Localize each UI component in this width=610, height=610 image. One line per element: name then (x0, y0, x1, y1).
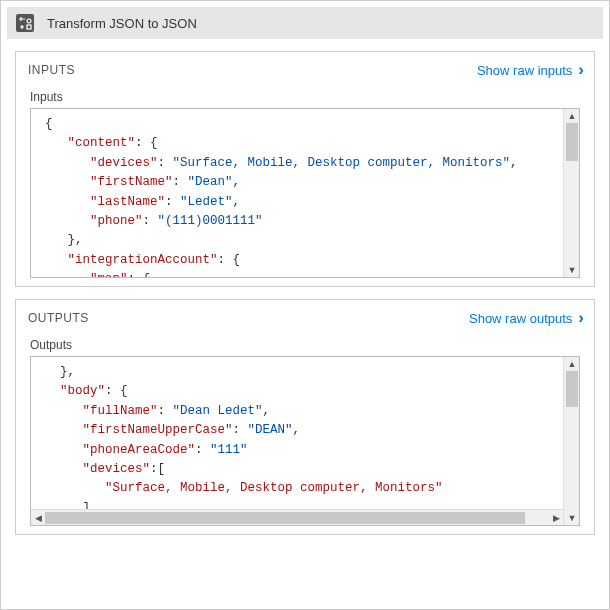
outputs-sub-label: Outputs (30, 338, 580, 352)
content-area: INPUTS Show raw inputs › Inputs { "conte… (7, 51, 603, 535)
title-bar: Transform JSON to JSON (7, 7, 603, 39)
window: Transform JSON to JSON INPUTS Show raw i… (0, 0, 610, 610)
inputs-panel: INPUTS Show raw inputs › Inputs { "conte… (15, 51, 595, 287)
scroll-down-icon[interactable]: ▼ (564, 263, 580, 277)
outputs-horizontal-scrollbar[interactable]: ◀ ▶ (31, 509, 563, 525)
scroll-left-icon[interactable]: ◀ (31, 510, 45, 526)
show-raw-inputs-link[interactable]: Show raw inputs › (477, 60, 584, 80)
scroll-thumb[interactable] (45, 512, 525, 524)
outputs-header: OUTPUTS Show raw outputs › (16, 300, 594, 338)
inputs-json[interactable]: { "content": { "devices": "Surface, Mobi… (31, 109, 579, 277)
scroll-thumb[interactable] (566, 371, 578, 407)
outputs-panel: OUTPUTS Show raw outputs › Outputs }, "b… (15, 299, 595, 535)
outputs-vertical-scrollbar[interactable]: ▲ ▼ (563, 357, 579, 525)
inputs-header-title: INPUTS (28, 63, 477, 77)
show-raw-outputs-label: Show raw outputs (469, 311, 572, 326)
show-raw-inputs-label: Show raw inputs (477, 63, 572, 78)
chevron-right-icon: › (578, 308, 584, 328)
inputs-code-box: { "content": { "devices": "Surface, Mobi… (30, 108, 580, 278)
scroll-right-icon[interactable]: ▶ (549, 510, 563, 526)
inputs-vertical-scrollbar[interactable]: ▲ ▼ (563, 109, 579, 277)
scroll-down-icon[interactable]: ▼ (564, 511, 580, 525)
show-raw-outputs-link[interactable]: Show raw outputs › (469, 308, 584, 328)
inputs-header: INPUTS Show raw inputs › (16, 52, 594, 90)
outputs-json[interactable]: }, "body": { "fullName": "Dean Ledet", "… (31, 357, 579, 509)
scroll-up-icon[interactable]: ▲ (564, 357, 580, 371)
chevron-right-icon: › (578, 60, 584, 80)
inputs-sub-label: Inputs (30, 90, 580, 104)
window-title: Transform JSON to JSON (47, 16, 197, 31)
outputs-header-title: OUTPUTS (28, 311, 469, 325)
outputs-code-box: }, "body": { "fullName": "Dean Ledet", "… (30, 356, 580, 526)
transform-icon (13, 11, 37, 35)
scroll-thumb[interactable] (566, 123, 578, 161)
scroll-up-icon[interactable]: ▲ (564, 109, 580, 123)
